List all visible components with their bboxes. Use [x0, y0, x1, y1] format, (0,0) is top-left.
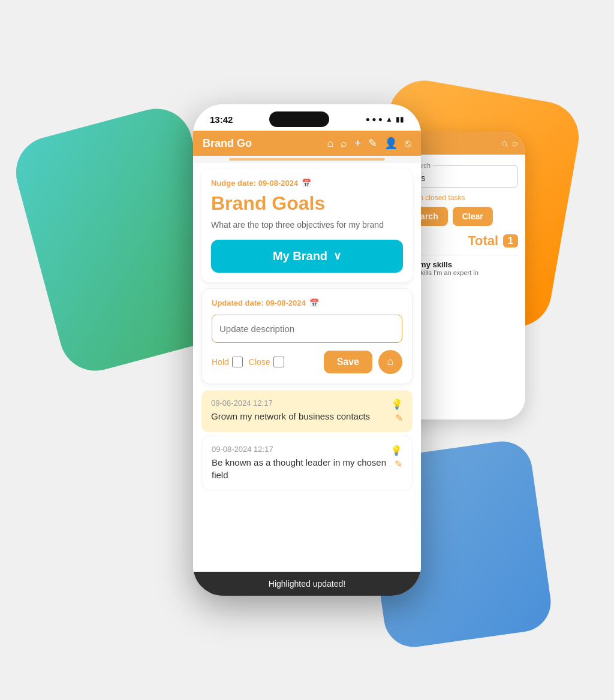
profile-icon[interactable]: 👤 — [384, 137, 398, 150]
battery-icon: ▮▮ — [396, 115, 404, 123]
hold-checkbox[interactable] — [232, 357, 243, 367]
status-bar: 13:42 ● ● ● ▲ ▮▮ — [193, 104, 421, 131]
nudge-date-text: Nudge date: 09-08-2024 — [211, 179, 298, 188]
hold-checkbox-label[interactable]: Hold — [212, 357, 243, 367]
brand-goals-card: Nudge date: 09-08-2024 📅 Brand Goals Wha… — [201, 169, 413, 282]
list-item-icons: 💡 ✎ — [391, 399, 403, 424]
list-item-text: Be known as a thought leader in my chose… — [212, 456, 390, 481]
page-title: Brand Goals — [211, 192, 403, 215]
my-brand-label: My Brand — [273, 249, 327, 263]
hold-label-text: Hold — [212, 357, 229, 367]
my-brand-button[interactable]: My Brand ∨ — [211, 240, 403, 273]
total-label: Total — [468, 233, 498, 249]
main-phone: 13:42 ● ● ● ▲ ▮▮ Brand Go ⌂ ⌕ + ✎ 👤 ⎋ Nu… — [193, 104, 421, 596]
update-description-input[interactable] — [212, 315, 402, 343]
wifi-icon: ▲ — [386, 115, 393, 123]
home-icon[interactable]: ⌂ — [327, 137, 334, 150]
update-date: Updated date: 09-08-2024 📅 — [212, 298, 402, 307]
status-time: 13:42 — [210, 114, 233, 125]
edit-icon[interactable]: ✎ — [368, 137, 377, 150]
page-subtitle: What are the top three objectives for my… — [211, 219, 403, 231]
scroll-indicator — [229, 158, 385, 161]
list-item-content: 09-08-2024 12:17 Grown my network of bus… — [211, 399, 370, 423]
close-checkbox-label[interactable]: Close — [249, 357, 284, 367]
list-item-date: 09-08-2024 12:17 — [212, 445, 390, 454]
total-badge: 1 — [503, 234, 518, 248]
add-icon[interactable]: + — [354, 137, 361, 150]
edit-item-icon[interactable]: ✎ — [395, 412, 403, 424]
edit-item-icon[interactable]: ✎ — [395, 458, 402, 470]
close-label-text: Close — [249, 357, 270, 367]
signal-dots-icon: ● ● ● — [366, 115, 383, 123]
nudge-date: Nudge date: 09-08-2024 📅 — [211, 179, 403, 188]
list-item-content: 09-08-2024 12:17 Be known as a thought l… — [212, 445, 390, 481]
chevron-down-icon: ∨ — [333, 249, 341, 262]
home-round-button[interactable]: ⌂ — [378, 350, 402, 374]
bulb-icon: 💡 — [390, 445, 402, 456]
update-date-text: Updated date: 09-08-2024 — [212, 298, 306, 307]
search-input[interactable] — [407, 173, 511, 183]
list-item[interactable]: 09-08-2024 12:17 Grown my network of bus… — [201, 390, 413, 432]
clear-button[interactable]: Clear — [453, 207, 493, 226]
list-item-date: 09-08-2024 12:17 — [211, 399, 370, 408]
app-header: Brand Go ⌂ ⌕ + ✎ 👤 ⎋ — [193, 131, 421, 156]
bg-search-icon: ⌕ — [512, 138, 518, 149]
update-calendar-icon: 📅 — [309, 298, 319, 307]
status-icons: ● ● ● ▲ ▮▮ — [366, 115, 404, 123]
close-checkbox[interactable] — [273, 357, 284, 367]
save-button[interactable]: Save — [324, 351, 372, 373]
bulb-icon: 💡 — [391, 399, 403, 410]
calendar-icon: 📅 — [302, 179, 311, 188]
toast-notification: Highlighted updated! — [193, 572, 421, 596]
dynamic-island — [269, 111, 329, 127]
app-content: Nudge date: 09-08-2024 📅 Brand Goals Wha… — [193, 163, 421, 572]
toast-message: Highlighted updated! — [269, 579, 345, 589]
update-footer: Hold Close Save ⌂ — [212, 350, 402, 374]
bg-home-icon: ⌂ — [501, 138, 507, 149]
list-item-text: Grown my network of business contacts — [211, 410, 370, 423]
update-card: Updated date: 09-08-2024 📅 Hold Close Sa… — [201, 288, 413, 384]
logout-icon[interactable]: ⎋ — [405, 137, 411, 150]
app-title: Brand Go — [203, 137, 320, 150]
home-round-icon: ⌂ — [387, 355, 394, 368]
search-icon[interactable]: ⌕ — [341, 137, 347, 150]
list-item-icons: 💡 ✎ — [390, 445, 402, 470]
list-item[interactable]: 09-08-2024 12:17 Be known as a thought l… — [201, 436, 413, 490]
